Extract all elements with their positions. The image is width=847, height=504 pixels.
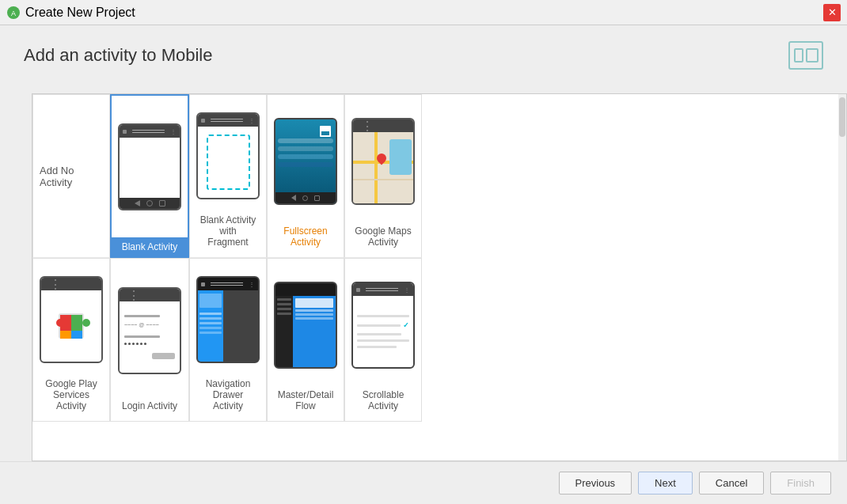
fullscreen-mockup [274, 118, 337, 205]
activities-grid: Add No Activity ⋮ [32, 93, 847, 461]
menu-icon: ⋮ [361, 119, 374, 134]
scrollable-label: Scrollable Activity [351, 385, 415, 415]
header-section: Add an activity to Mobile [0, 25, 847, 78]
menu-icon: ⋮ [127, 288, 140, 303]
bottom-bar: Previous Next Cancel Finish [0, 461, 847, 504]
menu-icon: ⋮ [170, 128, 177, 135]
fullscreen-preview [274, 103, 337, 221]
previous-button[interactable]: Previous [559, 472, 632, 495]
content-area: Add an activity to Mobile Add No Activit… [0, 25, 847, 504]
nav-drawer-mockup: ⋮ [196, 276, 260, 363]
scrollbar[interactable] [838, 94, 846, 460]
maps-label: Google Maps Activity [351, 221, 415, 251]
activity-master-detail[interactable]: Master/Detail Flow [267, 258, 344, 422]
master-detail-label: Master/Detail Flow [274, 385, 337, 415]
activity-nav-drawer[interactable]: ⋮ [189, 258, 267, 422]
play-label: Google Play Services Activity [40, 373, 103, 415]
svg-text:A: A [11, 9, 16, 17]
activity-no-activity[interactable]: Add No Activity [32, 94, 110, 258]
activity-google-maps[interactable]: ⋮ [344, 94, 422, 258]
scrollable-preview: ⋮ ✓ [351, 267, 415, 385]
map-pin-icon [375, 152, 389, 165]
play-preview: ⋮ [40, 267, 103, 373]
fragment-mockup: ⋮ [196, 112, 260, 199]
activity-blank-fragment[interactable]: ⋮ Blank Activity with Fragment [189, 94, 267, 258]
grid-inner: Add No Activity ⋮ [32, 94, 422, 422]
close-button[interactable]: ✕ [823, 4, 841, 21]
activity-play-services[interactable]: ⋮ [32, 258, 110, 422]
scrollable-mockup: ⋮ ✓ [351, 282, 415, 369]
window-title: Create New Project [25, 6, 135, 20]
menu-icon: ⋮ [49, 277, 62, 292]
maps-mockup: ⋮ [351, 118, 415, 205]
menu-icon: ⋮ [249, 117, 255, 124]
title-bar-left: A Create New Project [6, 6, 135, 20]
activity-login[interactable]: ⋮ ~~~~ @ ~~~~ [110, 258, 189, 422]
play-mockup: ⋮ [40, 276, 103, 363]
login-preview: ⋮ ~~~~ @ ~~~~ [117, 267, 182, 396]
finish-button[interactable]: Finish [770, 472, 831, 495]
activities-grid-wrapper: Add No Activity ⋮ [16, 85, 831, 453]
next-button[interactable]: Next [638, 472, 693, 495]
blank-preview: ⋮ [118, 104, 181, 231]
maps-preview: ⋮ [351, 103, 415, 221]
activity-blank[interactable]: ⋮ Blank Activity [110, 94, 189, 258]
activity-fullscreen[interactable]: Fullscreen Activity [267, 94, 344, 258]
nav-drawer-label: Navigation Drawer Activity [196, 373, 260, 415]
blank-fragment-label: Blank Activity with Fragment [196, 210, 260, 251]
tablet-icon [806, 48, 819, 63]
login-label: Login Activity [117, 396, 182, 415]
scrollbar-thumb[interactable] [839, 97, 845, 137]
phone-icon [794, 48, 803, 63]
blank-label: Blank Activity [112, 237, 188, 256]
page-title: Add an activity to Mobile [24, 45, 212, 66]
nav-drawer-preview: ⋮ [196, 267, 260, 373]
app-icon: A [6, 6, 21, 20]
fullscreen-label: Fullscreen Activity [274, 221, 337, 251]
cancel-button[interactable]: Cancel [699, 472, 764, 495]
puzzle-icon [52, 307, 90, 345]
login-mockup: ⋮ ~~~~ @ ~~~~ [118, 287, 181, 374]
device-icon [788, 41, 823, 70]
title-bar: A Create New Project ✕ [0, 0, 847, 25]
activity-scrollable[interactable]: ⋮ ✓ [344, 258, 422, 422]
no-activity-preview: Add No Activity [40, 103, 103, 251]
blank-mockup: ⋮ [118, 123, 181, 210]
no-activity-label: Add No Activity [40, 165, 103, 188]
master-detail-mockup [274, 282, 337, 369]
master-detail-preview [274, 267, 337, 385]
blank-fragment-preview: ⋮ [196, 103, 260, 210]
